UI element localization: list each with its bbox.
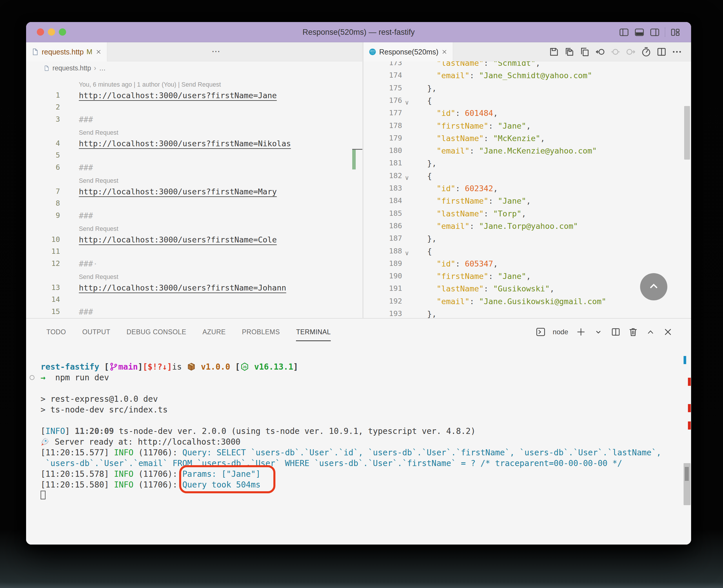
window-title: Response(520ms) — rest-fastify xyxy=(26,22,691,42)
vscode-window: Response(520ms) — rest-fastify requests.… xyxy=(26,22,691,545)
line-number: 193 xyxy=(363,309,402,318)
editor-actions xyxy=(548,42,682,61)
tab-overflow-button[interactable]: ⋯ xyxy=(212,42,220,61)
timer-icon[interactable] xyxy=(641,46,652,57)
tab-requests-http[interactable]: requests.http M xyxy=(26,42,107,61)
file-icon xyxy=(31,47,39,56)
panel-tab-problems[interactable]: PROBLEMS xyxy=(242,319,280,345)
json-line: 187 }, xyxy=(363,234,691,247)
fold-chevron-icon[interactable]: ∨ xyxy=(405,247,409,259)
terminal-profile-icon[interactable] xyxy=(536,327,546,337)
line-number: 180 xyxy=(363,146,402,155)
layout-sidebar-left-icon[interactable] xyxy=(619,27,629,38)
terminal-line: > rest-express@1.0.0 dev xyxy=(41,394,158,405)
send-request-lens[interactable]: Send Request xyxy=(79,223,118,235)
terminal-mark-blue xyxy=(684,356,686,364)
panel-tab-azure[interactable]: AZURE xyxy=(202,319,225,345)
command-decoration-icon[interactable] xyxy=(29,375,35,380)
terminal-line xyxy=(41,491,45,501)
breadcrumb-file[interactable]: requests.http xyxy=(53,64,91,72)
request-url-link[interactable]: http://localhost:3000/users?firstName=Ma… xyxy=(79,187,277,196)
breadcrumb-chevron-icon: › xyxy=(94,64,96,72)
close-panel-icon[interactable] xyxy=(663,327,673,337)
codelens-row: Send Request xyxy=(26,223,362,235)
right-tabstrip: {REST}Client Response(520ms) xyxy=(363,42,691,61)
code-line: 5 xyxy=(26,151,362,163)
line-number: 173 xyxy=(363,61,402,67)
panel-tab-output[interactable]: OUTPUT xyxy=(82,319,111,345)
codelens-row: You, 6 minutes ago | 1 author (You) | Se… xyxy=(26,79,362,91)
line-number: 190 xyxy=(363,272,402,280)
tab-response[interactable]: {REST}Client Response(520ms) xyxy=(363,42,453,61)
layout-panel-icon[interactable] xyxy=(634,27,645,38)
json-line: 174 "email": "Jane_Schmidt@yahoo.com" xyxy=(363,71,691,83)
terminal-mark-red xyxy=(688,404,691,412)
editor-scrollbar-thumb[interactable] xyxy=(684,106,690,160)
code-line: 14 xyxy=(26,295,362,307)
terminal-line: [11:20:15.577] INFO (11706): Query: SELE… xyxy=(41,448,661,459)
json-line: 175 }, xyxy=(363,84,691,96)
split-editor-icon[interactable] xyxy=(656,46,667,57)
send-request-lens[interactable]: Send Request xyxy=(79,127,118,139)
panel-tab-terminal[interactable]: TERMINAL xyxy=(296,319,331,345)
trailing-whitespace-marker: · xyxy=(93,259,98,268)
nav-forward-icon[interactable] xyxy=(625,46,636,57)
json-line: 182∨ { xyxy=(363,171,691,184)
line-number: 186 xyxy=(363,222,402,230)
send-request-lens[interactable]: You, 6 minutes ago | 1 author (You) | Se… xyxy=(79,79,221,91)
line-number: 174 xyxy=(363,71,402,79)
copy-icon[interactable] xyxy=(579,46,590,57)
layout-customize-icon[interactable] xyxy=(670,27,681,38)
active-shell-label[interactable]: node xyxy=(553,328,568,336)
code-line: 6### xyxy=(26,163,362,175)
more-icon[interactable] xyxy=(671,46,682,57)
scroll-to-top-button[interactable] xyxy=(640,273,667,300)
code-line: 12###· xyxy=(26,259,362,271)
request-url-link[interactable]: http://localhost:3000/users?firstName=Ja… xyxy=(79,91,277,100)
active-tab-underline xyxy=(296,340,331,341)
code-line: 9### xyxy=(26,211,362,223)
trash-icon[interactable] xyxy=(628,327,638,337)
chevron-down-icon[interactable] xyxy=(593,327,604,337)
request-url-link[interactable]: http://localhost:3000/users?firstName=Co… xyxy=(79,235,277,244)
editor-group-right: {REST}Client Response(520ms) 173 "lastNa… xyxy=(363,42,691,318)
breadcrumb-file-icon xyxy=(43,65,49,72)
line-number: 179 xyxy=(363,134,402,142)
line-number: 12 xyxy=(26,259,60,268)
fold-chevron-icon[interactable]: ∨ xyxy=(405,96,409,109)
breadcrumb[interactable]: requests.http › … xyxy=(43,61,106,75)
code-line: 2 xyxy=(26,103,362,115)
nav-circle-icon[interactable] xyxy=(610,46,621,57)
save-copy-icon[interactable] xyxy=(564,46,575,57)
fold-chevron-icon[interactable]: ∨ xyxy=(405,171,409,184)
layout-sidebar-right-icon[interactable] xyxy=(649,27,660,38)
split-terminal-icon[interactable] xyxy=(610,327,621,337)
terminal-line: rest-fastify [main][$!?↓]is v1.0.0 [JS v… xyxy=(41,362,298,373)
send-request-lens[interactable]: Send Request xyxy=(79,271,118,283)
close-tab-icon[interactable] xyxy=(441,49,448,55)
close-tab-icon[interactable] xyxy=(95,49,102,55)
line-number: 175 xyxy=(363,84,402,92)
request-url-link[interactable]: http://localhost:3000/users?firstName=Ni… xyxy=(79,139,291,148)
send-request-lens[interactable]: Send Request xyxy=(79,175,118,187)
request-separator-comment: ### xyxy=(79,307,93,316)
save-icon[interactable] xyxy=(548,46,560,57)
line-number: 185 xyxy=(363,209,402,217)
json-line: 173 "lastName": "Schmidt", xyxy=(363,61,691,71)
terminal-cursor xyxy=(41,491,45,499)
request-separator-comment: ### xyxy=(79,211,93,220)
rest-client-icon: {REST}Client xyxy=(369,47,376,56)
overview-git-added-mark xyxy=(352,150,356,169)
request-url-link[interactable]: http://localhost:3000/users?firstName=Jo… xyxy=(79,283,286,292)
red-annotation-box xyxy=(179,465,275,493)
new-terminal-icon[interactable] xyxy=(576,327,586,337)
nav-back-icon[interactable] xyxy=(595,46,606,57)
bottom-panel: TODOOUTPUTDEBUG CONSOLEAZUREPROBLEMSTERM… xyxy=(26,318,691,545)
json-line: 177 "id": 601484, xyxy=(363,109,691,121)
panel-tab-debug-console[interactable]: DEBUG CONSOLE xyxy=(127,319,186,345)
breadcrumb-more[interactable]: … xyxy=(99,64,106,72)
chevron-up-icon[interactable] xyxy=(645,327,656,337)
http-requests-code: You, 6 minutes ago | 1 author (You) | Se… xyxy=(26,75,362,318)
panel-tab-todo[interactable]: TODO xyxy=(46,319,66,345)
terminal-scrollbar-inner xyxy=(685,467,689,481)
